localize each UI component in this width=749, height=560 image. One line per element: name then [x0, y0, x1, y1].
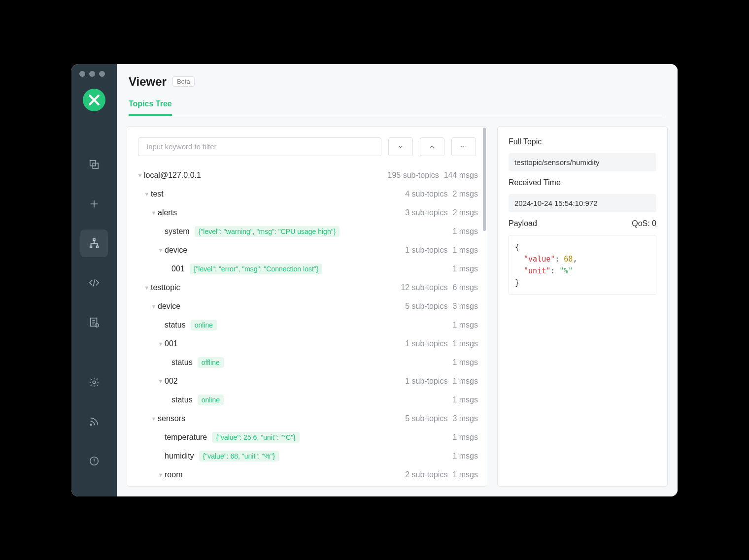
tree-row[interactable]: statusoffline1 msgs	[136, 353, 478, 372]
chevron-up-icon	[429, 143, 436, 150]
tree-row[interactable]: temperature{"value": 25.6, "unit": "°C"}…	[136, 428, 478, 447]
tree-row[interactable]: system{"level": "warning", "msg": "CPU u…	[136, 222, 478, 241]
tree-row[interactable]: ▼alerts3 sub-topics2 msgs	[136, 203, 478, 222]
sidebar-item-viewer[interactable]	[80, 230, 108, 257]
topic-meta: 3 sub-topics2 msgs	[405, 208, 478, 217]
sidebar-item-scripts[interactable]	[80, 269, 108, 296]
tree-row[interactable]: ▼0021 sub-topics1 msgs	[136, 372, 478, 391]
more-button[interactable]: ···	[451, 137, 476, 156]
tree-row[interactable]: humidity{"value": 68, "unit": "%"}1 msgs	[136, 447, 478, 465]
topic-meta: 1 sub-topics1 msgs	[405, 339, 478, 348]
msg-count: 1 msgs	[452, 246, 478, 255]
tree-row[interactable]: ▼sensors5 sub-topics3 msgs	[136, 409, 478, 428]
tree-row[interactable]: ▼room2 sub-topics1 msgs	[136, 465, 478, 484]
expand-caret-icon[interactable]: ▼	[157, 378, 165, 384]
tree-icon	[89, 238, 100, 249]
minimize-dot[interactable]	[89, 71, 95, 77]
expand-caret-icon[interactable]: ▼	[157, 472, 165, 478]
scrollbar[interactable]	[483, 128, 486, 231]
tree-row[interactable]: statusonline1 msgs	[136, 316, 478, 334]
topic-name: status	[165, 321, 186, 329]
tree-row[interactable]: ▼device5 sub-topics3 msgs	[136, 297, 478, 316]
expand-caret-icon[interactable]: ▼	[150, 210, 158, 216]
msg-count: 1 msgs	[452, 358, 478, 367]
app-logo[interactable]	[83, 89, 105, 111]
payload-body: { "value": 68, "unit": "%" }	[509, 235, 656, 295]
tree-row[interactable]: 001{"level": "error", "msg": "Connection…	[136, 260, 478, 278]
topic-name: status	[171, 358, 193, 367]
expand-caret-icon[interactable]: ▼	[157, 341, 165, 347]
msg-count: 144 msgs	[444, 171, 478, 180]
expand-caret-icon[interactable]: ▼	[143, 285, 151, 291]
payload-tag: {"value": 25.6, "unit": "°C"}	[212, 432, 300, 443]
tree-panel: ··· ▼local@127.0.0.1195 sub-topics144 ms…	[127, 126, 487, 487]
sidebar-item-settings[interactable]	[80, 368, 108, 396]
topic-name: 001	[171, 264, 185, 273]
topic-meta: 1 msgs	[452, 452, 478, 461]
svg-rect-4	[97, 246, 99, 248]
sub-count: 195 sub-topics	[388, 171, 439, 180]
topic-meta: 1 msgs	[452, 433, 478, 442]
tree-row[interactable]: ▼device1 sub-topics1 msgs	[136, 241, 478, 260]
topic-meta: 5 sub-topics3 msgs	[405, 414, 478, 423]
maximize-dot[interactable]	[99, 71, 105, 77]
sub-count: 4 sub-topics	[405, 190, 447, 198]
expand-caret-icon[interactable]: ▼	[150, 416, 158, 422]
tree-row[interactable]: ▼test4 sub-topics2 msgs	[136, 185, 478, 203]
expand-button[interactable]	[388, 137, 413, 156]
svg-point-8	[90, 424, 92, 426]
tree-row[interactable]: ▼local@127.0.0.1195 sub-topics144 msgs	[136, 166, 478, 185]
sidebar-item-log[interactable]	[80, 308, 108, 336]
expand-caret-icon[interactable]: ▼	[150, 303, 158, 309]
tree-body[interactable]: ▼local@127.0.0.1195 sub-topics144 msgs▼t…	[127, 162, 487, 486]
payload-tag: online	[198, 395, 224, 405]
sidebar-item-connections[interactable]	[80, 151, 108, 178]
expand-caret-icon[interactable]: ▼	[136, 172, 144, 178]
sub-count: 1 sub-topics	[405, 246, 447, 255]
sidebar-item-help[interactable]	[80, 447, 108, 475]
topic-meta: 5 sub-topics3 msgs	[405, 302, 478, 311]
sub-count: 12 sub-topics	[401, 283, 447, 292]
msg-count: 1 msgs	[452, 321, 478, 329]
msg-count: 3 msgs	[452, 302, 478, 311]
topic-meta: 1 msgs	[452, 321, 478, 329]
payload-tag: {"level": "warning", "msg": "CPU usage h…	[195, 226, 340, 237]
info-icon	[89, 456, 100, 466]
beta-badge: Beta	[172, 76, 195, 87]
code-icon	[89, 277, 100, 288]
collapse-button[interactable]	[420, 137, 444, 156]
content: ··· ▼local@127.0.0.1195 sub-topics144 ms…	[117, 116, 678, 496]
plus-icon	[89, 198, 100, 209]
msg-count: 3 msgs	[452, 414, 478, 423]
msg-count: 1 msgs	[452, 433, 478, 442]
tree-row[interactable]: ▼testtopic12 sub-topics6 msgs	[136, 278, 478, 297]
tree-row[interactable]: ▼0011 sub-topics1 msgs	[136, 334, 478, 353]
payload-label: Payload	[509, 219, 537, 228]
sub-count: 5 sub-topics	[405, 414, 447, 423]
received-time-value: 2024-10-24 15:54:10:972	[509, 194, 656, 212]
topic-name: 002	[165, 377, 178, 386]
sub-count: 5 sub-topics	[405, 302, 447, 311]
topic-name: test	[151, 190, 164, 198]
topic-name: alerts	[158, 208, 177, 217]
msg-count: 1 msgs	[452, 227, 478, 236]
close-dot[interactable]	[79, 71, 85, 77]
tree-row[interactable]: statusonline1 msgs	[136, 391, 478, 409]
msg-count: 1 msgs	[452, 452, 478, 461]
page-title: Viewer	[129, 75, 167, 89]
filter-input[interactable]	[138, 137, 381, 156]
payload-header: Payload QoS: 0	[509, 219, 656, 228]
detail-panel: Full Topic testtopic/sensors/humidity Re…	[497, 126, 668, 487]
topic-name: local@127.0.0.1	[144, 171, 201, 180]
chevron-down-icon	[397, 143, 404, 150]
topic-name: status	[171, 395, 193, 404]
expand-caret-icon[interactable]: ▼	[157, 247, 165, 253]
tab-topics-tree[interactable]: Topics Tree	[129, 99, 172, 116]
sidebar-item-new[interactable]	[80, 190, 108, 218]
received-time-label: Received Time	[509, 178, 656, 187]
expand-caret-icon[interactable]: ▼	[143, 191, 151, 197]
sidebar-item-feed[interactable]	[80, 408, 108, 435]
topic-meta: 1 sub-topics1 msgs	[405, 246, 478, 255]
msg-count: 2 msgs	[452, 190, 478, 198]
log-icon	[89, 317, 100, 328]
